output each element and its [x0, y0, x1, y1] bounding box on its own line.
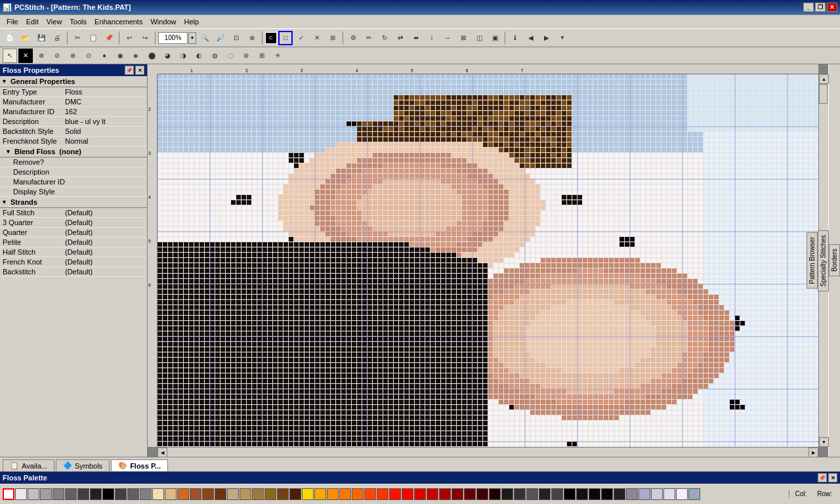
general-properties-header[interactable]: ▼ General Properties — [0, 76, 147, 87]
palette-swatch-38[interactable] — [476, 488, 488, 500]
palette-swatch-16[interactable] — [202, 488, 214, 500]
cross-stitch-canvas[interactable] — [158, 74, 818, 447]
zoom-input[interactable]: 100% — [158, 32, 188, 44]
star-tool[interactable]: ⊛ — [239, 49, 253, 63]
menu-file[interactable]: File — [3, 16, 22, 27]
palette-swatch-42[interactable] — [526, 488, 538, 500]
palette-swatch-8[interactable] — [102, 488, 114, 500]
palette-swatch-51[interactable] — [639, 488, 650, 500]
pencil-tool[interactable]: ⊙ — [81, 49, 96, 63]
close-button[interactable]: ✕ — [827, 3, 837, 12]
close-panel-icon[interactable]: ✕ — [135, 66, 144, 75]
palette-swatch-40[interactable] — [501, 488, 513, 500]
zoom-dropdown[interactable]: ▼ — [188, 32, 196, 44]
color-pick-tool[interactable]: ◈ — [129, 49, 143, 63]
copy-button[interactable]: 📋 — [86, 31, 100, 45]
palette-swatch-22[interactable] — [277, 488, 289, 500]
tool4[interactable]: ⇄ — [393, 31, 408, 45]
cross2-tool[interactable]: ⊞ — [255, 49, 269, 63]
vscroll-thumb[interactable] — [819, 84, 828, 104]
palette-swatch-30[interactable] — [377, 488, 388, 500]
tool10[interactable]: ▣ — [488, 31, 502, 45]
menu-help[interactable]: Help — [180, 16, 203, 27]
palette-swatch-48[interactable] — [601, 488, 613, 500]
fwd-button[interactable]: ▶ — [539, 31, 554, 45]
palette-swatch-12[interactable] — [152, 488, 164, 500]
pattern-browser-tab[interactable]: Pattern Browser — [807, 232, 818, 289]
back-button[interactable]: ◀ — [524, 31, 538, 45]
palette-swatch-27[interactable] — [339, 488, 351, 500]
eraser-cross-tool[interactable]: ⊘ — [50, 49, 64, 63]
tool9[interactable]: ◫ — [472, 31, 486, 45]
node-tool[interactable]: ◐ — [192, 49, 206, 63]
close-palette-icon[interactable]: ✕ — [828, 473, 837, 482]
check-button[interactable]: ✓ — [294, 31, 308, 45]
palette-swatch-10[interactable] — [127, 488, 139, 500]
palette-swatch-44[interactable] — [551, 488, 563, 500]
restore-button[interactable]: ❐ — [815, 3, 826, 12]
palette-swatch-32[interactable] — [402, 488, 413, 500]
dots2-tool[interactable]: ◌ — [223, 49, 238, 63]
color-toggle-button[interactable]: C — [265, 32, 277, 44]
palette-swatch-25[interactable] — [314, 488, 326, 500]
palette-swatch-4[interactable] — [52, 488, 64, 500]
tool6[interactable]: ↕ — [425, 31, 439, 45]
zoom-out-button[interactable]: 🔍 — [198, 31, 212, 45]
palette-swatch-50[interactable] — [626, 488, 638, 500]
palette-swatch-53[interactable] — [663, 488, 675, 500]
zoom-in-button[interactable]: 🔎 — [213, 31, 228, 45]
new-button[interactable]: 📄 — [3, 31, 17, 45]
magic-tool[interactable]: ✳ — [270, 49, 285, 63]
palette-swatch-52[interactable] — [651, 488, 663, 500]
vscroll-up[interactable]: ▲ — [819, 74, 829, 84]
palette-swatch-0[interactable] — [3, 488, 14, 500]
palette-swatch-45[interactable] — [564, 488, 576, 500]
tool7[interactable]: ↔ — [440, 31, 455, 45]
palette-swatch-28[interactable] — [352, 488, 364, 500]
horizontal-scrollbar[interactable]: ◀ ▶ — [158, 447, 818, 457]
wave-tool[interactable]: ◑ — [176, 49, 190, 63]
palette-swatch-31[interactable] — [389, 488, 401, 500]
palette-swatch-54[interactable] — [676, 488, 688, 500]
palette-swatch-24[interactable] — [302, 488, 314, 500]
palette-swatch-33[interactable] — [414, 488, 426, 500]
tool8[interactable]: ⊠ — [456, 31, 471, 45]
palette-swatch-49[interactable] — [614, 488, 625, 500]
tool2[interactable]: ✏ — [362, 31, 376, 45]
palette-swatch-5[interactable] — [65, 488, 77, 500]
palette-swatch-39[interactable] — [489, 488, 501, 500]
palette-swatch-20[interactable] — [252, 488, 264, 500]
minimize-button[interactable]: _ — [803, 3, 814, 12]
palette-swatch-26[interactable] — [327, 488, 339, 500]
hscroll-right[interactable]: ▶ — [808, 448, 818, 457]
pin-icon[interactable]: 📌 — [125, 66, 134, 75]
floss-palette-tab[interactable]: 🎨 Floss P... — [111, 459, 168, 471]
dots-tool[interactable]: ◍ — [207, 49, 222, 63]
quarter-tool[interactable]: ◕ — [160, 49, 175, 63]
palette-swatch-9[interactable] — [115, 488, 127, 500]
paste-button[interactable]: 📌 — [102, 31, 116, 45]
info-button[interactable]: ℹ — [508, 31, 522, 45]
palette-swatch-14[interactable] — [177, 488, 189, 500]
zoom-fit-button[interactable]: ⊡ — [229, 31, 243, 45]
menu-enhancements[interactable]: Enhancements — [91, 16, 146, 27]
pointer-tool[interactable]: ↖ — [3, 49, 17, 63]
tool3[interactable]: ↻ — [377, 31, 392, 45]
tool5[interactable]: ⬌ — [409, 31, 423, 45]
grid-button[interactable]: ⊞ — [326, 31, 340, 45]
symbols-tab[interactable]: 🔷 Symbols — [56, 459, 110, 471]
palette-swatch-47[interactable] — [589, 488, 600, 500]
palette-swatch-37[interactable] — [464, 488, 476, 500]
menu-window[interactable]: Window — [146, 16, 180, 27]
palette-swatch-3[interactable] — [40, 488, 52, 500]
palette-swatch-36[interactable] — [452, 488, 463, 500]
palette-swatch-21[interactable] — [264, 488, 276, 500]
palette-swatch-17[interactable] — [215, 488, 226, 500]
available-tab[interactable]: 📋 Availa... — [3, 459, 54, 471]
menu-view[interactable]: View — [43, 16, 66, 27]
blend-floss-header[interactable]: ▼ Blend Floss (none) — [0, 146, 147, 158]
undo-button[interactable]: ↩ — [122, 31, 136, 45]
palette-swatch-35[interactable] — [439, 488, 451, 500]
palette-swatch-11[interactable] — [140, 488, 152, 500]
circle-tool[interactable]: ● — [97, 49, 112, 63]
